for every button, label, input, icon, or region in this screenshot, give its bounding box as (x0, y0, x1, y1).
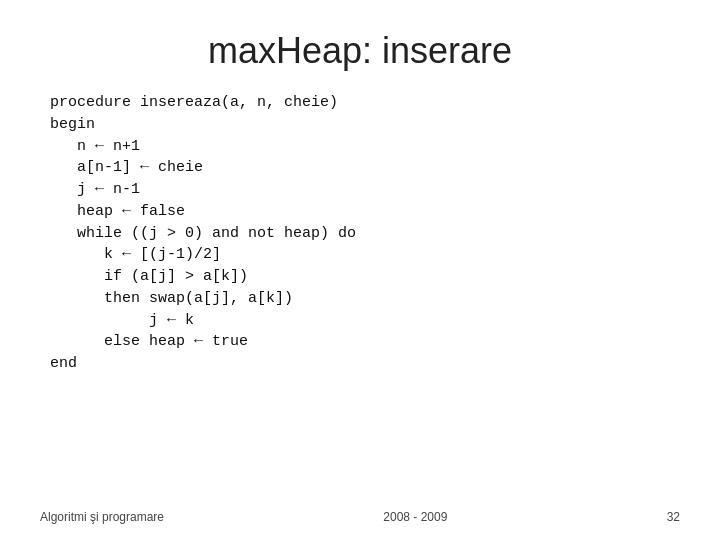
footer-center: 2008 - 2009 (383, 510, 447, 524)
code-line: if (a[j] > a[k]) (50, 266, 680, 288)
slide: maxHeap: inserare procedure insereaza(a,… (0, 0, 720, 540)
code-line: begin (50, 114, 680, 136)
code-line: j ← k (50, 310, 680, 332)
code-line: n ← n+1 (50, 136, 680, 158)
code-line: j ← n-1 (50, 179, 680, 201)
code-line: then swap(a[j], a[k]) (50, 288, 680, 310)
code-line: else heap ← true (50, 331, 680, 353)
code-line: k ← [(j-1)/2] (50, 244, 680, 266)
code-line: end (50, 353, 680, 375)
footer-right: 32 (667, 510, 680, 524)
code-line: a[n-1] ← cheie (50, 157, 680, 179)
code-line: heap ← false (50, 201, 680, 223)
code-line: procedure insereaza(a, n, cheie) (50, 92, 680, 114)
footer: Algoritmi şi programare 2008 - 2009 32 (40, 510, 680, 524)
footer-left: Algoritmi şi programare (40, 510, 164, 524)
code-block: procedure insereaza(a, n, cheie)begin n … (50, 92, 680, 375)
code-line: while ((j > 0) and not heap) do (50, 223, 680, 245)
slide-title: maxHeap: inserare (40, 30, 680, 72)
